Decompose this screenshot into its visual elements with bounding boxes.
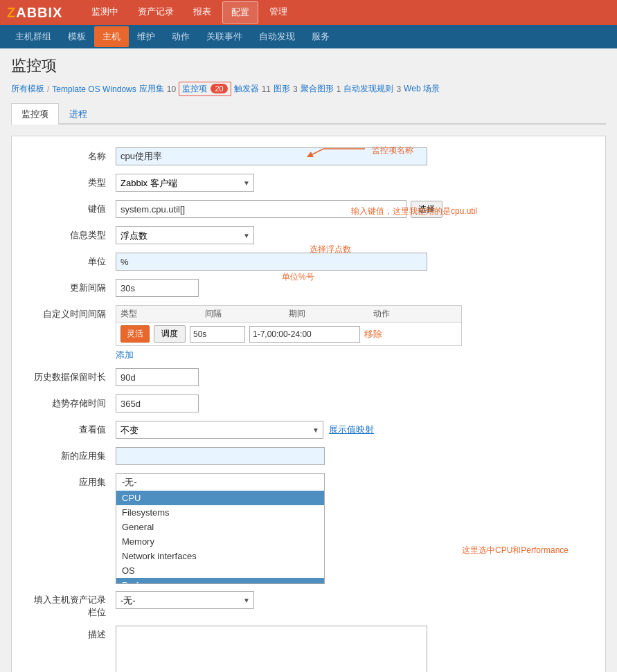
page-title: 监控项 [11,55,606,76]
form-row-type: 类型 Zabbix 客户端 ▼ [26,174,591,193]
app-item-filesystems[interactable]: Filesystems [116,505,324,520]
new-app-input[interactable] [116,447,325,465]
form-row-infotype: 信息类型 浮点数 ▼ [26,226,591,246]
key-control: 选择 [116,200,591,218]
key-label: 键值 [26,200,116,215]
interval-header: 类型 间隔 期间 动作 [116,306,461,323]
interval-col-type: 类型 [120,308,205,320]
app-item-none[interactable]: -无- [116,474,324,491]
period-input[interactable] [249,326,360,343]
breadcrumb-app-count: 10 [167,84,176,94]
newapp-control [116,447,591,465]
type-schedule-btn[interactable]: 调度 [154,325,186,343]
newapp-label: 新的应用集 [26,447,116,462]
custom-interval-label: 自定义时间间隔 [26,305,116,320]
app-item-performance[interactable]: Performance [116,578,324,584]
unit-label: 单位 [26,253,116,268]
show-value-mapping-link[interactable]: 展示值映射 [329,424,374,436]
form-row-desc: 描述 [26,626,591,672]
unit-input[interactable] [116,253,427,271]
app-item-network[interactable]: Network interfaces [116,549,324,563]
breadcrumb-template-name[interactable]: Template OS Windows [52,84,136,94]
key-input[interactable] [116,200,406,218]
type-control: Zabbix 客户端 ▼ [116,174,591,192]
breadcrumb-web[interactable]: Web 场景 [404,83,440,95]
type-flexible-btn[interactable]: 灵活 [120,325,150,343]
infotype-label: 信息类型 [26,226,116,242]
interval-data-row: 灵活 调度 移除 [116,323,461,345]
top-nav-items: 监测中 资产记录 报表 配置 管理 [83,1,296,24]
add-interval-link[interactable]: 添加 [116,349,591,361]
breadcrumb-trigger[interactable]: 触发器 [234,83,259,95]
sub-nav: 主机群组 模板 主机 维护 动作 关联事件 自动发现 服务 [0,25,617,48]
type-label: 类型 [26,174,116,189]
infotype-select[interactable]: 浮点数 [116,226,254,244]
breadcrumb-app-set[interactable]: 应用集 [139,83,164,95]
app-item-cpu[interactable]: CPU [116,491,324,505]
form-row-history: 历史数据保留时长 [26,368,591,388]
nav-item-config[interactable]: 配置 [222,1,258,24]
desc-textarea[interactable] [116,626,427,672]
trend-control [116,394,591,412]
desc-control [116,626,591,672]
key-select-btn[interactable]: 选择 [411,201,442,218]
history-label: 历史数据保留时长 [26,368,116,383]
app-item-general[interactable]: General [116,520,324,534]
breadcrumb-agg-count: 1 [337,84,341,94]
subnav-template[interactable]: 模板 [60,26,94,47]
type-select[interactable]: Zabbix 客户端 [116,174,254,192]
monitor-badge: 20 [211,84,227,93]
breadcrumb-trigger-count: 11 [262,84,271,94]
subnav-discovery[interactable]: 自动发现 [251,26,303,47]
infotype-select-wrapper: 浮点数 ▼ [116,226,254,244]
form-row-hostasset: 填入主机资产记录栏位 -无- ▼ [26,591,591,619]
history-input[interactable] [116,368,199,386]
showvalue-select-wrapper: 不变 ▼ [116,421,323,439]
nav-item-reports[interactable]: 报表 [185,1,220,24]
tabs: 监控项 进程 [11,103,606,125]
hostasset-control: -无- ▼ [116,591,591,609]
hostasset-label: 填入主机资产记录栏位 [26,591,116,619]
subnav-maintenance[interactable]: 维护 [129,26,163,47]
breadcrumb-autodiscovery[interactable]: 自动发现规则 [343,83,393,95]
top-nav: ZABBIX 监测中 资产记录 报表 配置 管理 [0,0,617,25]
name-control [116,147,591,165]
breadcrumb-all-templates[interactable]: 所有模板 [11,83,44,95]
form-row-showvalue: 查看值 不变 ▼ 展示值映射 [26,421,591,440]
remove-btn[interactable]: 移除 [364,328,382,340]
hostasset-select[interactable]: -无- [116,591,254,609]
form-row-key: 键值 选择 [26,200,591,219]
trend-input[interactable] [116,394,199,412]
app-item-os[interactable]: OS [116,563,324,578]
custom-interval-control: 类型 间隔 期间 动作 灵活 调度 移除 添加 [116,305,591,361]
form-container: 监控项名称 输入键值，这里我使用的是cpu.util 选择浮点数 单位%号 这里… [11,136,606,672]
name-input[interactable] [116,147,427,165]
interval-control [116,279,591,297]
showvalue-select[interactable]: 不变 [116,421,323,439]
nav-item-monitor[interactable]: 监测中 [83,1,127,24]
subnav-action[interactable]: 动作 [163,26,198,47]
name-label: 名称 [26,147,116,163]
nav-item-assets[interactable]: 资产记录 [129,1,182,24]
form-row-name: 名称 [26,147,591,167]
subnav-hostgroup[interactable]: 主机群组 [7,26,60,47]
tab-process[interactable]: 进程 [59,103,98,125]
interval-col-interval: 间隔 [205,308,289,320]
key-row: 选择 [116,200,591,218]
subnav-host[interactable]: 主机 [94,26,129,47]
interval-table: 类型 间隔 期间 动作 灵活 调度 移除 [116,305,462,346]
breadcrumb-agg[interactable]: 聚合图形 [301,83,334,95]
showvalue-control: 不变 ▼ 展示值映射 [116,421,591,439]
interval-value-input[interactable] [190,326,245,343]
subnav-event[interactable]: 关联事件 [198,26,251,47]
interval-label: 更新间隔 [26,279,116,294]
breadcrumb-monitor[interactable]: 监控项 20 [179,82,231,96]
app-item-memory[interactable]: Memory [116,534,324,549]
interval-input[interactable] [116,279,199,297]
tab-monitor-item[interactable]: 监控项 [11,103,59,125]
form-row-app: 应用集 -无- CPU Filesystems General Memory N… [26,473,591,584]
subnav-service[interactable]: 服务 [303,26,338,47]
breadcrumb-graph[interactable]: 图形 [274,83,290,95]
app-list[interactable]: -无- CPU Filesystems General Memory Netwo… [116,473,325,584]
nav-item-admin[interactable]: 管理 [261,1,296,24]
